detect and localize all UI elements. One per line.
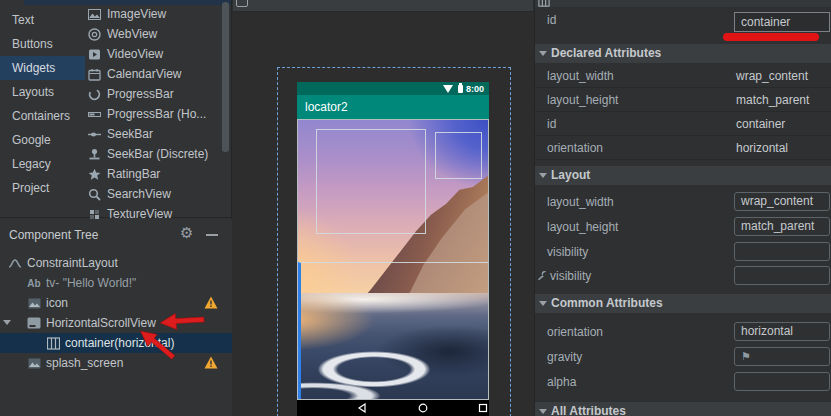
palette-item-imageview[interactable]: ImageView [88, 4, 222, 24]
tree-item-label: ConstraintLayout [27, 256, 118, 270]
layout-width-combo[interactable]: wrap_content [734, 192, 830, 211]
section-title: Declared Attributes [551, 46, 661, 60]
palette-item-progressbar-horizontal[interactable]: ProgressBar (Ho... [88, 104, 222, 124]
tree-item-textview[interactable]: Ab tv- "Hello World!" [0, 273, 232, 293]
palette-item-label: SearchView [107, 184, 171, 204]
chevron-expanded-icon [539, 301, 547, 306]
palette-item-calendarview[interactable]: CalendarView [88, 64, 222, 84]
attr-row[interactable]: id container [535, 112, 831, 136]
design-canvas[interactable]: 8:00 locator2 [233, 0, 533, 416]
id-input[interactable]: container [734, 12, 830, 32]
component-tree-title: Component Tree [9, 227, 98, 243]
palette-item-label: CalendarView [107, 64, 182, 84]
ratingbar-icon [88, 168, 101, 181]
id-label: id [547, 13, 556, 27]
canvas-toolbar [233, 0, 533, 12]
visibility-combo[interactable] [734, 242, 830, 261]
tree-item-label: HorizontalScrollView [46, 316, 156, 330]
attr-name: orientation [547, 325, 603, 339]
attr-row[interactable]: layout_width wrap_content [535, 190, 831, 214]
attr-row[interactable]: visibility [535, 240, 831, 264]
chevron-expanded-icon [539, 51, 547, 56]
phone-preview[interactable]: 8:00 locator2 [297, 82, 489, 416]
battery-icon [458, 85, 463, 93]
searchview-icon [88, 188, 101, 201]
attr-value[interactable]: match_parent [736, 93, 809, 107]
palette-category-widgets[interactable]: Widgets [0, 56, 85, 80]
section-all-attributes[interactable]: All Attributes [535, 402, 831, 416]
splash-screen-image[interactable] [297, 119, 489, 400]
tree-item-label: splash_screen [46, 356, 123, 370]
gravity-field[interactable]: ⚑ [734, 347, 830, 366]
chevron-expanded-icon[interactable] [3, 320, 11, 325]
tree-item-container[interactable]: container(horizontal) [0, 333, 232, 353]
calendarview-icon [88, 68, 101, 81]
palette-item-seekbar[interactable]: SeekBar [88, 124, 222, 144]
view-bounds-rect-2[interactable] [435, 132, 482, 179]
progressbar-horizontal-icon [88, 108, 101, 121]
tree-item-icon[interactable]: icon [0, 293, 232, 313]
palette-category-project[interactable]: Project [0, 176, 85, 200]
tree-item-label: tv- "Hello World!" [46, 276, 136, 290]
videoview-icon [88, 48, 101, 61]
tree-item-splash-screen[interactable]: splash_screen [0, 353, 232, 373]
warning-icon [204, 356, 218, 372]
container-selected-bounds[interactable] [298, 262, 489, 400]
app-title: locator2 [305, 100, 348, 114]
palette-item-searchview[interactable]: SearchView [88, 184, 222, 204]
palette-category-containers[interactable]: Containers [0, 104, 85, 128]
section-declared-attributes[interactable]: Declared Attributes [535, 44, 831, 63]
tree-item-label: container(horizontal) [65, 336, 174, 350]
tools-visibility-combo[interactable] [734, 266, 830, 285]
back-icon[interactable] [357, 403, 367, 413]
progressbar-icon [88, 88, 101, 101]
attr-row[interactable]: gravity ⚑ [535, 345, 831, 369]
view-bounds-rect-1[interactable] [316, 129, 426, 234]
palette-item-ratingbar[interactable]: RatingBar [88, 164, 222, 184]
gear-icon[interactable]: ⚙ [180, 224, 193, 242]
constraintlayout-icon [8, 257, 22, 270]
palette-item-progressbar[interactable]: ProgressBar [88, 84, 222, 104]
palette-category-buttons[interactable]: Buttons [0, 32, 85, 56]
palette-item-label: WebView [107, 24, 157, 44]
palette-category-google[interactable]: Google [0, 128, 85, 152]
layout-height-combo[interactable]: match_parent [734, 217, 830, 236]
recents-icon[interactable] [478, 403, 488, 413]
minimize-icon[interactable] [206, 234, 218, 236]
tree-item-label: icon [46, 296, 68, 310]
palette-item-videoview[interactable]: VideoView [88, 44, 222, 64]
attr-value[interactable]: container [736, 117, 785, 131]
attr-row[interactable]: layout_height match_parent [535, 88, 831, 112]
component-tree-panel: Component Tree ⚙ ConstraintLayout Ab tv-… [0, 219, 232, 416]
alpha-field[interactable] [734, 372, 830, 391]
attr-row[interactable]: orientation horizontal [535, 320, 831, 344]
tree-item-horizontalscrollview[interactable]: HorizontalScrollView [0, 313, 232, 333]
orientation-combo[interactable]: horizontal [734, 322, 830, 341]
seekbar-discrete-icon [88, 148, 101, 161]
chevron-expanded-icon [539, 409, 547, 414]
attr-row[interactable]: layout_width wrap_content [535, 64, 831, 88]
palette-item-webview[interactable]: WebView [88, 24, 222, 44]
palette-category-legacy[interactable]: Legacy [0, 152, 85, 176]
attr-name: orientation [547, 141, 603, 155]
flag-icon[interactable]: ⚑ [741, 350, 751, 362]
palette-scrollbar[interactable] [222, 2, 229, 152]
attr-row[interactable]: alpha [535, 370, 831, 394]
attr-value[interactable]: horizontal [736, 141, 788, 155]
palette-category-text[interactable]: Text [0, 8, 85, 32]
attr-row[interactable]: visibility [535, 264, 831, 288]
section-common-attributes[interactable]: Common Attributes [535, 294, 831, 313]
palette-item-seekbar-discrete[interactable]: SeekBar (Discrete) [88, 144, 222, 164]
palette-panel: Text Buttons Widgets Layouts Containers … [0, 0, 232, 218]
palette-category-layouts[interactable]: Layouts [0, 80, 85, 104]
linearlayout-horizontal-icon [46, 337, 60, 350]
attr-value[interactable]: wrap_content [736, 69, 808, 83]
home-icon[interactable] [418, 403, 428, 413]
textview-icon: Ab [27, 277, 41, 290]
tree-item-constraintlayout[interactable]: ConstraintLayout [0, 253, 232, 273]
attr-row[interactable]: orientation horizontal [535, 136, 831, 160]
attr-name: visibility [547, 245, 588, 259]
section-layout[interactable]: Layout [535, 166, 831, 185]
attr-row[interactable]: layout_height match_parent [535, 215, 831, 239]
device-icon[interactable] [236, 0, 248, 7]
